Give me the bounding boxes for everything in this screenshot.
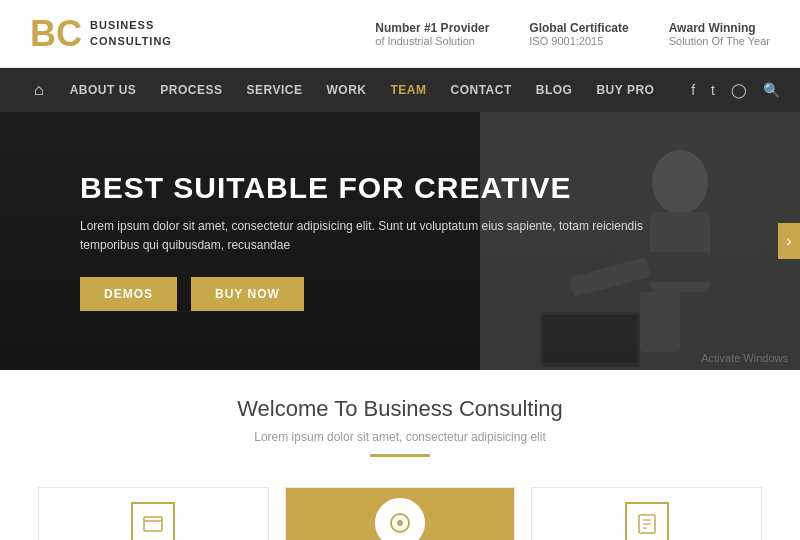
welcome-subtitle: Lorem ipsum dolor sit amet, consectetur … [20,430,780,444]
demos-button[interactable]: DEMOS [80,277,177,311]
svg-point-1 [652,150,708,214]
badge-award: Award Winning Solution Of The Year [669,21,770,47]
card1-icon-svg [142,513,164,535]
hero-title: BEST SUITABLE FOR CREATIVE [80,171,572,205]
top-bar: BC BUSINESS CONSULTING Number #1 Provide… [0,0,800,68]
card-3 [531,487,762,540]
svg-point-11 [397,520,403,526]
card3-icon [625,502,669,540]
logo[interactable]: BC BUSINESS CONSULTING [30,16,172,52]
twitter-icon[interactable]: t [711,82,715,98]
nav-left: ⌂ ABOUT US PROCESS SERVICE WORK TEAM CON… [20,81,666,99]
home-icon[interactable]: ⌂ [20,81,58,99]
nav-about[interactable]: ABOUT US [58,83,149,97]
nav-buypro[interactable]: BUY PRO [584,83,666,97]
logo-letters: BC [30,16,82,52]
card-2 [285,487,516,540]
facebook-icon[interactable]: f [691,82,695,98]
card3-icon-svg [636,513,658,535]
card2-icon-svg [388,511,412,535]
nav-work[interactable]: WORK [315,83,379,97]
svg-rect-4 [640,292,680,352]
badge-provider: Number #1 Provider of Industrial Solutio… [375,21,489,47]
feature-cards [0,471,800,540]
welcome-divider [370,454,430,457]
hero-buttons: DEMOS BUY NOW [80,277,304,311]
nav-team[interactable]: TEAM [379,83,439,97]
card1-icon [131,502,175,540]
search-icon[interactable]: 🔍 [763,82,780,98]
welcome-title: Welcome To Business Consulting [20,396,780,422]
card-1 [38,487,269,540]
logo-text: BUSINESS CONSULTING [90,18,172,49]
hero-subtitle: Lorem ipsum dolor sit amet, consectetur … [80,217,660,255]
badge-certificate: Global Certificate ISO 9001:2015 [529,21,628,47]
nav-blog[interactable]: BLOG [524,83,585,97]
top-badges: Number #1 Provider of Industrial Solutio… [375,21,770,47]
hero-next-arrow[interactable]: › [778,223,800,259]
svg-rect-7 [543,315,637,363]
nav-process[interactable]: PROCESS [148,83,234,97]
svg-rect-8 [144,517,162,531]
nav-service[interactable]: SERVICE [235,83,315,97]
instagram-icon[interactable]: ◯ [731,82,747,98]
buynow-button[interactable]: BUY NOW [191,277,304,311]
welcome-section: Welcome To Business Consulting Lorem ips… [0,370,800,471]
hero-section: BEST SUITABLE FOR CREATIVE Lorem ipsum d… [0,112,800,370]
navbar: ⌂ ABOUT US PROCESS SERVICE WORK TEAM CON… [0,68,800,112]
nav-social: f t ◯ 🔍 [691,82,780,98]
nav-contact[interactable]: CONTACT [439,83,524,97]
card2-icon [375,498,425,540]
